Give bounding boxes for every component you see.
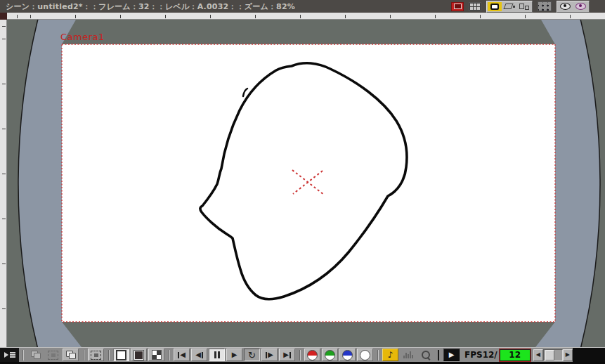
horizontal-ruler-ticks [7,15,605,18]
red-channel-button[interactable] [304,349,320,361]
view-mode-group [486,1,533,13]
application-window: シーン：untitled2*：：フレーム：32：：レベル：A.0032：：ズーム… [0,0,605,364]
flyout-list-icon [10,352,15,358]
preview-group [557,1,590,13]
next-frame-arrow: ▶ [268,351,273,358]
horizontal-ruler[interactable] [7,13,605,20]
table-perspective-bottom [62,322,555,347]
stage-svg [7,20,605,347]
separator [22,350,23,360]
play-icon: ▶ [232,351,238,358]
3d-view-button[interactable] [502,2,516,11]
flipbook-toolbar: ◀ ◀ ▶ ↻ ▶ ▶ ♪ [0,347,605,364]
pause-icon [214,351,220,358]
compare-snapshot-button[interactable] [63,349,79,361]
save-images-button[interactable] [27,349,44,361]
separator [377,350,378,360]
safe-area-icon[interactable] [451,2,464,11]
matte-channel-button[interactable] [357,349,373,361]
compare-icon [66,351,76,359]
histogram-icon [403,351,413,358]
play-button[interactable]: ▶ [226,349,242,361]
loop-button[interactable]: ↻ [244,349,260,361]
magnifier-icon [422,351,430,359]
last-frame-button[interactable]: ▶ [279,349,295,361]
ruler-corner [0,13,7,20]
camera-view-button[interactable] [488,2,502,11]
viewer-canvas[interactable]: Camera1 [7,20,605,347]
last-frame-arrow: ▶ [283,351,289,358]
fps-label: FPS12/ [464,350,497,360]
red-channel-icon [307,350,318,360]
pause-button[interactable] [209,349,225,361]
matte-channel-icon [360,350,370,360]
green-channel-button[interactable] [322,349,338,361]
fps-slider-thumb[interactable] [545,350,554,360]
preview-button[interactable] [558,2,573,11]
eye-sub-icon [575,3,586,10]
vertical-ruler-ticks [2,20,6,347]
first-frame-button[interactable]: ◀ [174,349,190,361]
separator [83,350,84,360]
green-channel-icon [325,350,335,360]
subcamera-icon [91,351,101,360]
checkered-background-button[interactable] [148,349,164,361]
sub-camera-preview-button[interactable] [573,2,588,11]
vertical-ruler[interactable] [0,20,7,347]
prev-frame-arrow: ◀ [195,351,201,358]
locator-button[interactable] [417,349,434,361]
eye-icon [560,3,571,10]
table-perspective-top [62,20,555,44]
camera-stand-view-button[interactable] [517,2,531,11]
blue-channel-button[interactable] [339,349,356,361]
first-frame-arrow: ◀ [180,351,186,358]
fps-slider[interactable] [543,349,563,361]
flyout-triangle-icon [4,352,8,358]
slider-left-icon: ◀ [536,352,540,358]
scene-info-text: シーン：untitled2*：：フレーム：32：：レベル：A.0032：：ズーム… [6,1,295,12]
playback-options-icon: ▶ [449,351,455,358]
playback-options-button[interactable]: ▶ [443,349,460,361]
white-background-button[interactable] [113,349,129,361]
fps-field[interactable]: 12 [500,349,531,361]
snapshot-button[interactable] [45,349,61,361]
fps-slider-left-button[interactable]: ◀ [533,349,543,361]
prev-frame-button[interactable]: ◀ [191,349,207,361]
next-frame-icon [266,352,267,358]
camera-area[interactable] [62,44,555,322]
separator [438,350,439,360]
flyout-menu-button[interactable] [0,348,19,362]
histogram-button[interactable] [400,349,416,361]
title-bar: シーン：untitled2*：：フレーム：32：：レベル：A.0032：：ズーム… [0,0,605,13]
separator [299,350,300,360]
sound-icon: ♪ [388,351,393,359]
black-background-button[interactable] [131,349,147,361]
checkered-background-icon [152,350,162,360]
blue-channel-icon [342,350,353,360]
window-edge [573,348,605,362]
snapshot-camera-icon [48,351,58,360]
separator [169,350,169,360]
titlebar-icon-group [451,1,590,12]
first-frame-icon [178,352,179,358]
fps-slider-right-button[interactable]: ▶ [563,349,573,361]
last-frame-icon [290,352,291,358]
black-background-icon [134,351,143,360]
loop-icon: ↻ [248,351,256,360]
slider-right-icon: ▶ [566,352,570,358]
separator [108,350,109,360]
table-view-button[interactable] [538,1,552,11]
white-background-icon [116,350,126,360]
save-images-icon [31,351,41,359]
camera-label: Camera1 [60,32,105,42]
field-guide-icon[interactable] [469,2,481,11]
next-frame-button[interactable]: ▶ [261,349,278,361]
define-subcamera-button[interactable] [88,349,104,361]
sound-button[interactable]: ♪ [382,349,398,361]
prev-frame-icon [202,352,203,358]
